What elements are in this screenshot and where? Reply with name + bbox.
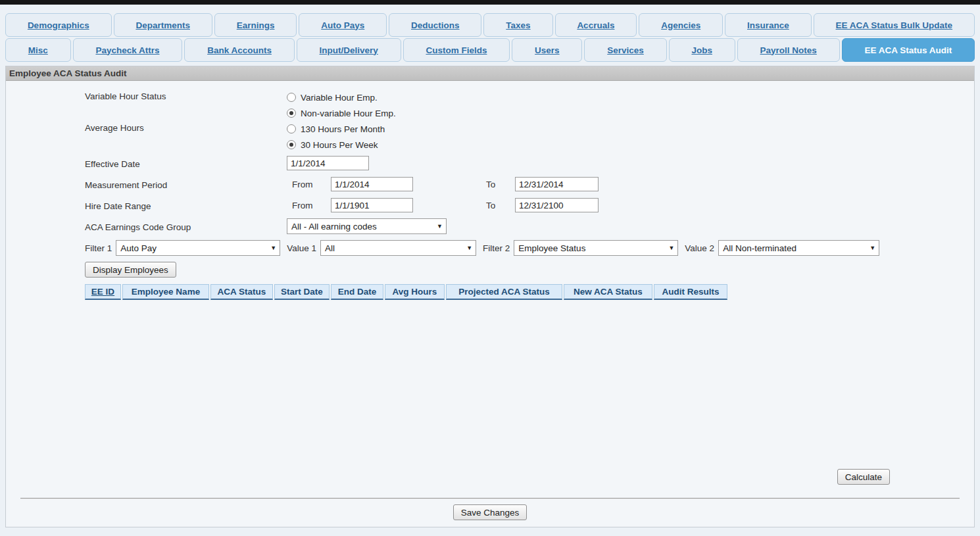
tab-taxes[interactable]: Taxes	[483, 13, 552, 37]
tab-ee-aca-status-audit[interactable]: EE ACA Status Audit	[842, 38, 975, 62]
measurement-period-row: Measurement Period From To	[85, 174, 974, 195]
value1-label: Value 1	[287, 243, 316, 253]
chevron-down-icon: ▼	[437, 224, 443, 230]
selected-value: All	[325, 243, 335, 253]
chevron-down-icon: ▼	[668, 245, 674, 251]
effective-date-input[interactable]	[287, 156, 369, 170]
variable-hour-status-row: Variable Hour Status Variable Hour Emp. …	[85, 89, 974, 121]
radio-button[interactable]	[287, 124, 296, 134]
save-changes-button[interactable]: Save Changes	[453, 504, 527, 520]
radio-option-30-hours-per-week[interactable]: 30 Hours Per Week	[287, 137, 385, 153]
value1-select[interactable]: All ▼	[320, 240, 476, 256]
column-header-avg-hours[interactable]: Avg Hours	[385, 284, 445, 300]
display-employees-button[interactable]: Display Employees	[85, 262, 176, 278]
average-hours-label: Average Hours	[85, 121, 287, 133]
tab-row-1: Demographics Departments Earnings Auto P…	[5, 13, 975, 37]
column-header-ee-id[interactable]: EE ID	[85, 284, 121, 300]
value2-select[interactable]: All Non-terminated ▼	[718, 240, 879, 256]
from-label: From	[287, 180, 331, 189]
tab-services[interactable]: Services	[584, 38, 666, 62]
column-header-projected-aca-status[interactable]: Projected ACA Status	[446, 284, 562, 300]
radio-label: 130 Hours Per Month	[301, 124, 385, 134]
measurement-period-to-input[interactable]	[515, 177, 599, 191]
tab-paycheck-attrs[interactable]: Paycheck Attrs	[73, 38, 183, 62]
empty-results-area	[6, 300, 974, 469]
hire-date-range-to-input[interactable]	[515, 198, 599, 212]
selected-value: All Non-terminated	[723, 243, 796, 253]
tab-accruals[interactable]: Accruals	[555, 13, 637, 37]
tab-departments[interactable]: Departments	[114, 13, 212, 37]
radio-label: Variable Hour Emp.	[301, 93, 378, 103]
tab-bank-accounts[interactable]: Bank Accounts	[184, 38, 294, 62]
column-header-employee-name[interactable]: Employee Name	[122, 284, 209, 300]
display-employees-row: Display Employees	[85, 262, 974, 281]
tab-users[interactable]: Users	[512, 38, 582, 62]
tab-earnings[interactable]: Earnings	[214, 13, 297, 37]
chevron-down-icon: ▼	[466, 245, 472, 251]
tab-demographics[interactable]: Demographics	[5, 13, 112, 37]
average-hours-row: Average Hours 130 Hours Per Month 30 Hou…	[85, 121, 974, 153]
to-label: To	[486, 180, 515, 189]
filters-row: Filter 1 Auto Pay ▼ Value 1 All ▼ Filter…	[85, 238, 974, 258]
radio-label: Non-variable Hour Emp.	[301, 109, 396, 118]
tab-jobs[interactable]: Jobs	[669, 38, 735, 62]
calculate-button[interactable]: Calculate	[837, 469, 890, 485]
filter1-label: Filter 1	[85, 243, 112, 253]
from-label: From	[287, 201, 331, 210]
column-header-start-date[interactable]: Start Date	[274, 284, 330, 300]
average-hours-options: 130 Hours Per Month 30 Hours Per Week	[287, 121, 385, 153]
radio-label: 30 Hours Per Week	[301, 140, 378, 150]
column-header-aca-status[interactable]: ACA Status	[210, 284, 273, 300]
radio-option-non-variable-hour-emp[interactable]: Non-variable Hour Emp.	[287, 105, 396, 121]
tab-row-2: Misc Paycheck Attrs Bank Accounts Input/…	[5, 38, 975, 62]
selected-value: All - All earning codes	[291, 222, 377, 231]
variable-hour-status-label: Variable Hour Status	[85, 89, 287, 101]
radio-button[interactable]	[287, 93, 296, 102]
hire-date-range-row: Hire Date Range From To	[85, 195, 974, 216]
ee-aca-status-audit-panel: Employee ACA Status Audit Variable Hour …	[5, 66, 975, 527]
section-title: Employee ACA Status Audit	[6, 66, 974, 81]
filter2-select[interactable]: Employee Status ▼	[514, 240, 678, 256]
radio-option-130-hours-per-month[interactable]: 130 Hours Per Month	[287, 121, 385, 137]
value2-label: Value 2	[685, 243, 714, 253]
column-header-new-aca-status[interactable]: New ACA Status	[564, 284, 652, 300]
aca-earnings-code-group-row: ACA Earnings Code Group All - All earnin…	[85, 216, 974, 237]
filter2-label: Filter 2	[483, 243, 510, 253]
tab-payroll-notes[interactable]: Payroll Notes	[737, 38, 840, 62]
tab-agencies[interactable]: Agencies	[639, 13, 723, 37]
aca-earnings-code-group-label: ACA Earnings Code Group	[85, 220, 287, 232]
selected-value: Auto Pay	[120, 243, 157, 253]
hire-date-range-from-input[interactable]	[331, 198, 413, 212]
tab-bar: Demographics Departments Earnings Auto P…	[0, 5, 980, 62]
to-label: To	[486, 201, 515, 210]
save-row: Save Changes	[6, 499, 974, 527]
radio-button[interactable]	[287, 109, 296, 118]
tab-ee-aca-status-bulk-update[interactable]: EE ACA Status Bulk Update	[814, 13, 975, 37]
chevron-down-icon: ▼	[270, 245, 276, 251]
effective-date-label: Effective Date	[85, 157, 287, 169]
calculate-row: Calculate	[6, 469, 974, 485]
tab-auto-pays[interactable]: Auto Pays	[299, 13, 387, 37]
radio-button[interactable]	[287, 140, 296, 149]
measurement-period-label: Measurement Period	[85, 178, 287, 190]
hire-date-range-label: Hire Date Range	[85, 199, 287, 211]
variable-hour-status-options: Variable Hour Emp. Non-variable Hour Emp…	[287, 89, 396, 121]
tab-input-delivery[interactable]: Input/Delivery	[297, 38, 401, 62]
window-top-edge	[0, 0, 980, 5]
tab-deductions[interactable]: Deductions	[389, 13, 481, 37]
effective-date-row: Effective Date	[85, 153, 974, 174]
selected-value: Employee Status	[518, 243, 585, 253]
column-header-audit-results[interactable]: Audit Results	[654, 284, 727, 300]
chevron-down-icon: ▼	[870, 245, 875, 251]
audit-form: Variable Hour Status Variable Hour Emp. …	[6, 81, 974, 300]
filter1-select[interactable]: Auto Pay ▼	[116, 240, 280, 256]
employee-table-header: EE ID Employee Name ACA Status Start Dat…	[85, 284, 974, 300]
tab-custom-fields[interactable]: Custom Fields	[403, 38, 510, 62]
measurement-period-from-input[interactable]	[331, 177, 413, 191]
tab-misc[interactable]: Misc	[5, 38, 71, 62]
aca-earnings-code-group-select[interactable]: All - All earning codes ▼	[287, 218, 447, 234]
column-header-end-date[interactable]: End Date	[331, 284, 383, 300]
tab-insurance[interactable]: Insurance	[725, 13, 812, 37]
radio-option-variable-hour-emp[interactable]: Variable Hour Emp.	[287, 89, 396, 105]
